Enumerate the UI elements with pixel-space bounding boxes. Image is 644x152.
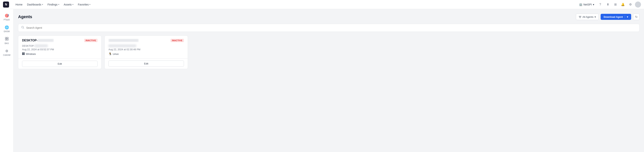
agent-card: DESKTOP-XXXXXXXX INACTIVE DESKTOP-XXXXXX… [18, 36, 102, 69]
chevron-down-icon: ▾ [90, 4, 90, 6]
status-badge: INACTIVE [84, 39, 98, 42]
agent-card-header: DESKTOP-XXXXXXXX INACTIVE [22, 39, 98, 42]
svg-rect-1 [7, 37, 8, 39]
notifications-button[interactable]: 🔔 [620, 2, 626, 8]
agent-timestamp: Aug 22, 2024 at 02:30:48 PM [108, 48, 184, 51]
search-icon [21, 26, 24, 30]
hostname-blurred: XXXXXXXX [38, 39, 54, 42]
svg-rect-7 [22, 54, 24, 55]
agent-os: 🐧 Linux [108, 52, 184, 55]
filter-icon [579, 15, 581, 18]
svg-rect-5 [22, 53, 24, 54]
chevron-down-icon: ▾ [593, 3, 594, 6]
page-title: Agents [18, 14, 32, 19]
svg-rect-3 [7, 39, 8, 40]
chevron-down-icon: ▾ [42, 4, 43, 6]
sidebar-item-caasm[interactable]: ⚙ CAASM [1, 47, 12, 58]
chevron-down-icon: ▾ [72, 4, 74, 6]
refresh-icon: ↻ [635, 15, 638, 19]
help-button[interactable]: ? [597, 2, 603, 8]
os-label: Windows [26, 53, 36, 55]
app-logo[interactable]: N [3, 2, 9, 8]
search-container [18, 24, 640, 32]
building-icon: 🏢 [579, 3, 582, 6]
sidebar-item-ptaas[interactable]: 🎯 PTaaS [1, 12, 12, 22]
edit-agent-button[interactable]: Edit [22, 61, 98, 67]
windows-icon [22, 52, 25, 56]
grid-icon: ⊞ [614, 3, 617, 6]
filter-agents-button[interactable]: All Agents ▾ [576, 14, 599, 20]
download-icon: ⬇ [607, 3, 609, 6]
gear-icon: ⚙ [629, 3, 632, 6]
bell-icon: 🔔 [621, 3, 625, 6]
agents-grid: DESKTOP-XXXXXXXX INACTIVE DESKTOP-XXXXXX… [18, 36, 188, 69]
agent-timestamp: Aug 22, 2024 at 03:52:37 PM [22, 48, 98, 51]
agent-id-blurred: XXXXXXXXXXXXXXXXX [108, 44, 136, 47]
download-agent-button[interactable]: Download Agent ▾ [600, 14, 631, 20]
sidebar-item-easm[interactable]: 🌐 EASM [1, 24, 12, 34]
svg-rect-0 [5, 37, 6, 39]
svg-rect-8 [24, 54, 25, 55]
button-divider [625, 15, 625, 18]
chevron-down-icon: ▾ [627, 16, 628, 18]
agent-os: Windows [22, 52, 98, 56]
chevron-down-icon: ▾ [594, 16, 596, 18]
agent-card-body: DESKTOP-XXXXXXXX INACTIVE DESKTOP-XXXXXX… [18, 36, 101, 59]
page-actions: All Agents ▾ Download Agent ▾ ↻ [576, 14, 640, 20]
page-header: Agents All Agents ▾ Download Agent ▾ ↻ [18, 14, 640, 20]
settings-button[interactable]: ⚙ [628, 2, 634, 8]
nav-assets[interactable]: Assets ▾ [62, 2, 75, 7]
easm-icon: 🌐 [5, 25, 9, 30]
sidebar-item-bas[interactable]: BAS [1, 36, 12, 46]
os-label: Linux [113, 53, 119, 55]
linux-icon: 🐧 [108, 52, 112, 55]
agent-card-header: XXXXXXXXXXXXXXX INACTIVE [108, 39, 184, 42]
bas-icon [5, 37, 8, 41]
main-content: Agents All Agents ▾ Download Agent ▾ ↻ [14, 9, 644, 152]
svg-rect-2 [5, 39, 6, 40]
status-badge: INACTIVE [170, 39, 184, 42]
download-button[interactable]: ⬇ [605, 2, 611, 8]
top-navigation: N Home Dashboards ▾ Findings ▾ Assets ▾ … [0, 0, 644, 9]
agent-id: XXXXXXXXXXXXXXXXX [108, 44, 184, 47]
agent-card-footer: Edit [18, 59, 101, 69]
left-sidebar: 🎯 PTaaS 🌐 EASM BAS ⚙ CAASM [0, 9, 14, 152]
agent-card: XXXXXXXXXXXXXXX INACTIVE XXXXXXXXXXXXXXX… [104, 36, 188, 69]
grid-button[interactable]: ⊞ [612, 2, 618, 8]
agent-id: DESKTOP-XXXXXXXX [22, 44, 98, 47]
agent-id-blurred: XXXXXXXX [34, 44, 48, 47]
refresh-button[interactable]: ↻ [633, 14, 640, 20]
nav-findings[interactable]: Findings ▾ [46, 2, 61, 7]
agent-hostname: DESKTOP-XXXXXXXX [22, 39, 54, 42]
topnav-right: 🏢 NetSPI ▾ ? ⬇ ⊞ 🔔 ⚙ [578, 2, 641, 8]
hostname-blurred: XXXXXXXXXXXXXXX [108, 39, 139, 42]
agent-card-footer: Edit [105, 58, 188, 69]
org-selector[interactable]: 🏢 NetSPI ▾ [578, 2, 596, 7]
help-icon: ? [600, 3, 601, 6]
user-avatar[interactable] [635, 2, 641, 8]
ptaas-icon: 🎯 [5, 14, 9, 18]
agent-card-body: XXXXXXXXXXXXXXX INACTIVE XXXXXXXXXXXXXXX… [105, 36, 188, 58]
svg-rect-6 [24, 53, 25, 54]
nav-links: Home Dashboards ▾ Findings ▾ Assets ▾ Fa… [14, 2, 92, 7]
search-input[interactable] [26, 26, 636, 29]
nav-dashboards[interactable]: Dashboards ▾ [25, 2, 45, 7]
nav-home[interactable]: Home [14, 2, 24, 7]
agent-hostname: XXXXXXXXXXXXXXX [108, 39, 139, 42]
nav-favorites[interactable]: Favorites ▾ [76, 2, 92, 7]
chevron-down-icon: ▾ [58, 4, 59, 6]
edit-agent-button[interactable]: Edit [108, 61, 184, 67]
caasm-icon: ⚙ [5, 49, 8, 53]
